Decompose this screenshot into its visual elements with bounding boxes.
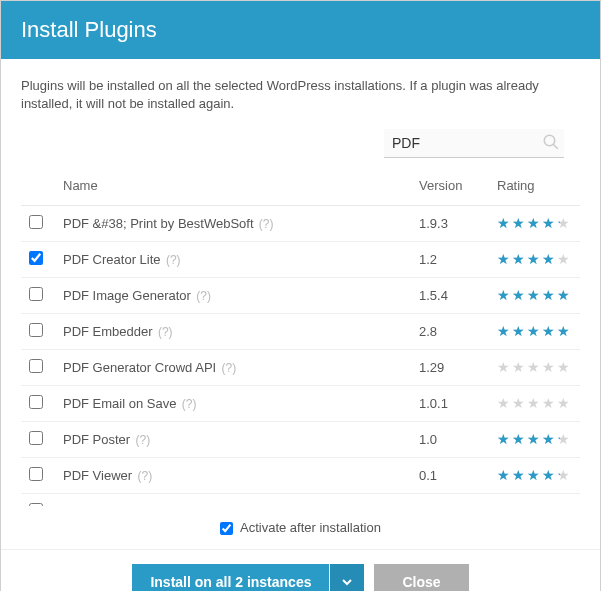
search-input[interactable]	[384, 129, 564, 158]
table-row: PDF.js Viewer Shortcode (?)1.3★★★★★★★★★★	[21, 494, 580, 507]
plugin-version: 0.1	[411, 458, 489, 494]
activate-checkbox[interactable]	[220, 522, 233, 535]
dialog-title: Install Plugins	[1, 1, 600, 59]
intro-text: Plugins will be installed on all the sel…	[21, 77, 580, 113]
plugin-rating: ★★★★★★★★★★	[489, 242, 580, 278]
plugin-rating: ★★★★★★★★★★	[489, 314, 580, 350]
plugin-rating: ★★★★★★★★★★	[489, 278, 580, 314]
table-row: PDF Email on Save (?)1.0.1★★★★★★★★★★	[21, 386, 580, 422]
plugin-name: PDF Email on Save	[63, 396, 176, 411]
plugin-version: 1.3	[411, 494, 489, 507]
help-icon[interactable]: (?)	[178, 397, 196, 411]
plugin-version: 1.29	[411, 350, 489, 386]
col-check	[21, 166, 55, 206]
svg-point-0	[544, 136, 555, 147]
row-checkbox[interactable]	[29, 323, 43, 337]
plugin-name: PDF Creator Lite	[63, 252, 161, 267]
chevron-down-icon	[342, 577, 352, 587]
plugin-name: PDF Poster	[63, 432, 130, 447]
plugin-version: 1.9.3	[411, 206, 489, 242]
activate-row: Activate after installation	[21, 506, 580, 549]
table-row: PDF &#38; Print by BestWebSoft (?)1.9.3★…	[21, 206, 580, 242]
plugin-version: 1.0	[411, 422, 489, 458]
table-row: PDF Creator Lite (?)1.2★★★★★★★★★★	[21, 242, 580, 278]
row-checkbox[interactable]	[29, 467, 43, 481]
plugin-version: 2.8	[411, 314, 489, 350]
plugin-rating: ★★★★★★★★★★	[489, 458, 580, 494]
table-row: PDF Poster (?)1.0★★★★★★★★★★	[21, 422, 580, 458]
help-icon[interactable]: (?)	[209, 505, 227, 506]
table-row: PDF Image Generator (?)1.5.4★★★★★★★★★★	[21, 278, 580, 314]
help-icon[interactable]: (?)	[193, 289, 211, 303]
plugin-rating: ★★★★★★★★★★	[489, 350, 580, 386]
col-version[interactable]: Version	[411, 166, 489, 206]
activate-label[interactable]: Activate after installation	[220, 520, 381, 535]
plugin-name: PDF Image Generator	[63, 288, 191, 303]
install-dropdown-button[interactable]	[330, 564, 364, 591]
plugin-version: 1.0.1	[411, 386, 489, 422]
table-row: PDF Embedder (?)2.8★★★★★★★★★★	[21, 314, 580, 350]
plugin-version: 1.5.4	[411, 278, 489, 314]
plugin-name: PDF Embedder	[63, 324, 153, 339]
row-checkbox[interactable]	[29, 431, 43, 445]
plugin-name: PDF &#38; Print by BestWebSoft	[63, 216, 254, 231]
help-icon[interactable]: (?)	[163, 253, 181, 267]
plugin-version: 1.2	[411, 242, 489, 278]
help-icon[interactable]: (?)	[132, 433, 150, 447]
svg-line-1	[553, 145, 558, 150]
col-name[interactable]: Name	[55, 166, 411, 206]
help-icon[interactable]: (?)	[134, 469, 152, 483]
row-checkbox[interactable]	[29, 287, 43, 301]
close-button[interactable]: Close	[374, 564, 468, 591]
plugin-name: PDF Viewer	[63, 468, 132, 483]
table-row: PDF Viewer (?)0.1★★★★★★★★★★	[21, 458, 580, 494]
plugin-list-scroll[interactable]: Name Version Rating PDF &#38; Print by B…	[21, 166, 580, 506]
plugin-name: PDF Generator Crowd API	[63, 360, 216, 375]
search-icon	[542, 133, 560, 151]
plugin-table: Name Version Rating PDF &#38; Print by B…	[21, 166, 580, 506]
install-button[interactable]: Install on all 2 instances	[132, 564, 329, 591]
row-checkbox[interactable]	[29, 251, 43, 265]
table-row: PDF Generator Crowd API (?)1.29★★★★★★★★★…	[21, 350, 580, 386]
row-checkbox[interactable]	[29, 215, 43, 229]
help-icon[interactable]: (?)	[256, 217, 274, 231]
help-icon[interactable]: (?)	[155, 325, 173, 339]
plugin-rating: ★★★★★★★★★★	[489, 206, 580, 242]
plugin-rating: ★★★★★★★★★★	[489, 494, 580, 507]
col-rating[interactable]: Rating	[489, 166, 580, 206]
dialog-footer: Install on all 2 instances Close	[1, 549, 600, 591]
row-checkbox[interactable]	[29, 359, 43, 373]
row-checkbox[interactable]	[29, 395, 43, 409]
dialog: Install Plugins Plugins will be installe…	[0, 0, 601, 591]
row-checkbox[interactable]	[29, 503, 43, 506]
plugin-rating: ★★★★★★★★★★	[489, 386, 580, 422]
plugin-name: PDF.js Viewer Shortcode	[63, 504, 207, 506]
plugin-rating: ★★★★★★★★★★	[489, 422, 580, 458]
help-icon[interactable]: (?)	[218, 361, 236, 375]
